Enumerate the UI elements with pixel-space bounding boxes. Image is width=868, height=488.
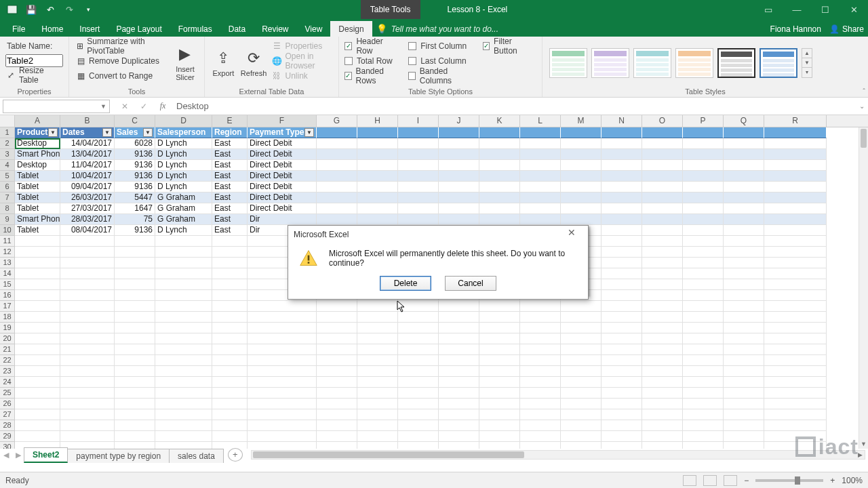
- style-swatch[interactable]: [549, 48, 587, 78]
- empty-cell[interactable]: [357, 355, 398, 366]
- empty-cell[interactable]: [520, 333, 561, 344]
- empty-cell[interactable]: [520, 323, 561, 333]
- empty-cell[interactable]: [248, 301, 317, 312]
- empty-cell[interactable]: [398, 312, 439, 323]
- empty-cell[interactable]: [248, 377, 317, 388]
- empty-cell[interactable]: [212, 312, 248, 323]
- row-header[interactable]: 13: [0, 258, 14, 268]
- empty-cell[interactable]: [724, 290, 764, 301]
- empty-cell[interactable]: [764, 333, 827, 344]
- tab-page-layout[interactable]: Page Layout: [108, 21, 170, 37]
- empty-cell[interactable]: [357, 171, 398, 182]
- zoom-out-button[interactable]: −: [744, 476, 749, 485]
- empty-cell[interactable]: [642, 388, 683, 399]
- row-header[interactable]: 18: [0, 312, 14, 323]
- empty-cell[interactable]: [642, 409, 683, 420]
- empty-cell[interactable]: [15, 268, 60, 279]
- empty-cell[interactable]: [764, 171, 827, 182]
- empty-cell[interactable]: [155, 377, 212, 388]
- minimize-button[interactable]: —: [783, 0, 811, 19]
- empty-cell[interactable]: [764, 377, 827, 388]
- empty-cell[interactable]: [683, 377, 724, 388]
- cancel-formula-button[interactable]: ✕: [115, 100, 134, 113]
- empty-cell[interactable]: [561, 442, 601, 449]
- column-header[interactable]: Q: [724, 115, 764, 127]
- empty-cell[interactable]: [601, 344, 642, 355]
- empty-cell[interactable]: [60, 333, 115, 344]
- total-row-checkbox[interactable]: Total Row: [344, 54, 404, 68]
- empty-cell[interactable]: [398, 182, 439, 192]
- row-header[interactable]: 10: [0, 225, 14, 236]
- empty-cell[interactable]: [357, 442, 398, 449]
- empty-cell[interactable]: [317, 138, 357, 149]
- empty-cell[interactable]: [601, 399, 642, 409]
- empty-cell[interactable]: [60, 301, 115, 312]
- dialog-cancel-button[interactable]: Cancel: [445, 276, 496, 291]
- empty-cell[interactable]: [357, 344, 398, 355]
- empty-cell[interactable]: [724, 409, 764, 420]
- empty-cell[interactable]: [248, 323, 317, 333]
- empty-cell[interactable]: [764, 355, 827, 366]
- empty-cell[interactable]: [115, 312, 155, 323]
- empty-cell[interactable]: [60, 258, 115, 268]
- empty-cell[interactable]: [601, 203, 642, 214]
- empty-cell[interactable]: [398, 333, 439, 344]
- empty-cell[interactable]: [642, 203, 683, 214]
- tab-insert[interactable]: Insert: [71, 21, 108, 37]
- empty-cell[interactable]: [479, 399, 520, 409]
- empty-cell[interactable]: [439, 431, 479, 442]
- empty-cell[interactable]: [601, 301, 642, 312]
- empty-cell[interactable]: [115, 409, 155, 420]
- insert-slicer-button[interactable]: ▶Insert Slicer: [172, 39, 199, 86]
- data-cell[interactable]: Direct Debit: [248, 149, 317, 160]
- data-cell[interactable]: East: [212, 203, 248, 214]
- empty-cell[interactable]: [15, 333, 60, 344]
- empty-cell[interactable]: [683, 247, 724, 258]
- empty-cell[interactable]: [764, 399, 827, 409]
- empty-cell[interactable]: [561, 377, 601, 388]
- empty-cell[interactable]: [683, 127, 724, 138]
- empty-cell[interactable]: [520, 409, 561, 420]
- empty-cell[interactable]: [642, 377, 683, 388]
- data-cell[interactable]: East: [212, 171, 248, 182]
- empty-cell[interactable]: [520, 182, 561, 192]
- empty-cell[interactable]: [520, 420, 561, 431]
- empty-cell[interactable]: [212, 388, 248, 399]
- empty-cell[interactable]: [357, 333, 398, 344]
- empty-cell[interactable]: [479, 312, 520, 323]
- empty-cell[interactable]: [60, 312, 115, 323]
- data-cell[interactable]: 75: [115, 214, 155, 225]
- empty-cell[interactable]: [155, 333, 212, 344]
- empty-cell[interactable]: [683, 388, 724, 399]
- empty-cell[interactable]: [115, 388, 155, 399]
- empty-cell[interactable]: [642, 431, 683, 442]
- empty-cell[interactable]: [683, 333, 724, 344]
- empty-cell[interactable]: [724, 247, 764, 258]
- empty-cell[interactable]: [642, 399, 683, 409]
- data-cell[interactable]: 09/04/2017: [60, 182, 115, 192]
- new-sheet-button[interactable]: +: [228, 448, 243, 462]
- enter-formula-button[interactable]: ✓: [134, 100, 153, 113]
- empty-cell[interactable]: [155, 290, 212, 301]
- empty-cell[interactable]: [398, 127, 439, 138]
- empty-cell[interactable]: [561, 431, 601, 442]
- empty-cell[interactable]: [724, 127, 764, 138]
- empty-cell[interactable]: [520, 366, 561, 377]
- empty-cell[interactable]: [601, 431, 642, 442]
- data-cell[interactable]: D Lynch: [155, 160, 212, 171]
- empty-cell[interactable]: [683, 355, 724, 366]
- empty-cell[interactable]: [764, 344, 827, 355]
- data-cell[interactable]: East: [212, 160, 248, 171]
- empty-cell[interactable]: [15, 301, 60, 312]
- empty-cell[interactable]: [601, 214, 642, 225]
- empty-cell[interactable]: [439, 301, 479, 312]
- empty-cell[interactable]: [561, 192, 601, 203]
- empty-cell[interactable]: [764, 301, 827, 312]
- empty-cell[interactable]: [357, 399, 398, 409]
- filter-button-checkbox[interactable]: Filter Button: [483, 39, 536, 53]
- empty-cell[interactable]: [15, 420, 60, 431]
- empty-cell[interactable]: [642, 323, 683, 333]
- empty-cell[interactable]: [357, 377, 398, 388]
- empty-cell[interactable]: [317, 160, 357, 171]
- empty-cell[interactable]: [764, 225, 827, 236]
